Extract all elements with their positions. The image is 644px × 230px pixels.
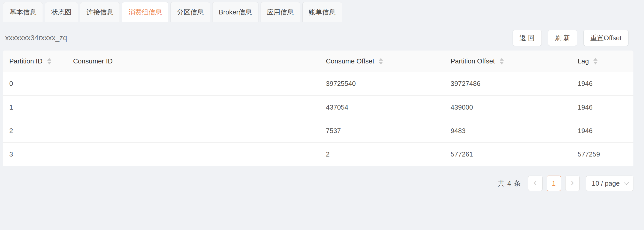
sort-icon[interactable]	[47, 58, 51, 64]
chevron-left-icon: ‹	[534, 178, 537, 189]
table-header-row: Partition ID Consumer ID Consume Offset …	[3, 51, 633, 72]
sort-icon[interactable]	[593, 58, 598, 64]
tab-consumer-group-info[interactable]: 消费组信息	[122, 2, 168, 22]
toolbar: xxxxxxx34rxxxx_zq 返 回 刷 新 重置Offset	[5, 30, 629, 46]
column-label: Partition ID	[9, 57, 43, 65]
topic-name-title: xxxxxxx34rxxxx_zq	[5, 34, 67, 42]
cell-partition-id: 3	[3, 150, 67, 158]
column-header-consumer-id: Consumer ID	[67, 57, 320, 65]
toolbar-actions: 返 回 刷 新 重置Offset	[506, 30, 629, 46]
cell-lag: 577259	[571, 150, 633, 158]
table-row: 3 2 577261 577259	[3, 142, 633, 166]
cell-partition-id: 1	[3, 103, 67, 111]
chevron-down-icon	[624, 180, 629, 185]
table-row: 1 437054 439000 1946	[3, 95, 633, 119]
cell-consume-offset: 7537	[320, 127, 444, 135]
page-1-button[interactable]: 1	[547, 176, 561, 191]
cell-consume-offset: 437054	[320, 103, 444, 111]
tab-connection-info[interactable]: 连接信息	[80, 2, 120, 22]
sort-desc-icon	[47, 62, 51, 64]
consumer-group-table: Partition ID Consumer ID Consume Offset …	[3, 51, 633, 166]
sort-asc-icon	[500, 58, 504, 61]
table-header: Partition ID Consumer ID Consume Offset …	[3, 51, 633, 72]
cell-partition-offset: 39727486	[444, 80, 571, 88]
page-size-select[interactable]: 10 / page	[586, 176, 633, 191]
chevron-right-icon: ›	[571, 178, 574, 189]
tab-billing-info[interactable]: 账单信息	[302, 2, 342, 22]
table-row: 0 39725540 39727486 1946	[3, 72, 633, 95]
pagination: 共 4 条 ‹ 1 › 10 / page	[3, 176, 633, 191]
page-size-value: 10 / page	[592, 179, 620, 187]
tab-status-chart[interactable]: 状态图	[45, 2, 78, 22]
table-body: 0 39725540 39727486 1946 1 437054 439000…	[3, 72, 633, 166]
column-header-lag: Lag	[571, 57, 633, 65]
cell-partition-offset: 439000	[444, 103, 571, 111]
tab-bar: 基本信息 状态图 连接信息 消费组信息 分区信息 Broker信息 应用信息 账…	[0, 0, 644, 22]
cell-consume-offset: 2	[320, 150, 444, 158]
cell-lag: 1946	[571, 127, 633, 135]
column-label: Consumer ID	[73, 57, 113, 65]
column-header-partition-id: Partition ID	[3, 57, 67, 65]
sort-desc-icon	[593, 62, 598, 64]
tab-basic-info[interactable]: 基本信息	[3, 2, 43, 22]
sort-asc-icon	[593, 58, 598, 61]
column-header-partition-offset: Partition Offset	[444, 57, 571, 65]
cell-lag: 1946	[571, 103, 633, 111]
column-header-consume-offset: Consume Offset	[320, 57, 444, 65]
column-label: Consume Offset	[326, 57, 374, 65]
sort-icon[interactable]	[379, 58, 383, 64]
sort-icon[interactable]	[500, 58, 504, 64]
total-count-label: 共 4 条	[498, 179, 521, 188]
tab-application-info[interactable]: 应用信息	[261, 2, 300, 22]
sort-desc-icon	[379, 62, 383, 64]
refresh-button[interactable]: 刷 新	[548, 30, 577, 46]
sort-asc-icon	[47, 58, 51, 61]
cell-partition-offset: 9483	[444, 127, 571, 135]
prev-page-button[interactable]: ‹	[528, 176, 543, 191]
sort-asc-icon	[379, 58, 383, 61]
cell-partition-id: 2	[3, 127, 67, 135]
column-label: Lag	[578, 57, 589, 65]
back-button[interactable]: 返 回	[513, 30, 542, 46]
column-label: Partition Offset	[451, 57, 495, 65]
sort-desc-icon	[500, 62, 504, 64]
reset-offset-button[interactable]: 重置Offset	[583, 30, 629, 46]
tab-broker-info[interactable]: Broker信息	[212, 2, 258, 22]
table-row: 2 7537 9483 1946	[3, 119, 633, 142]
next-page-button[interactable]: ›	[565, 176, 580, 191]
cell-partition-id: 0	[3, 80, 67, 88]
cell-partition-offset: 577261	[444, 150, 571, 158]
cell-consume-offset: 39725540	[320, 80, 444, 88]
tab-partition-info[interactable]: 分区信息	[170, 2, 210, 22]
cell-lag: 1946	[571, 80, 633, 88]
